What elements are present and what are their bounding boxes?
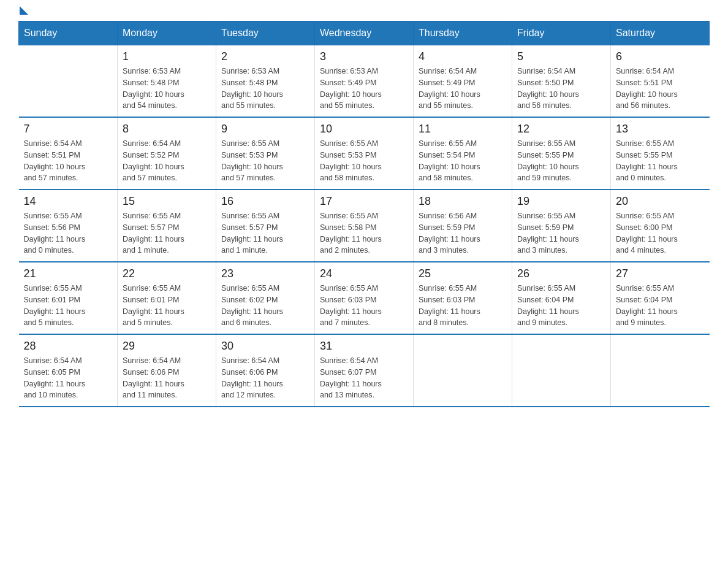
day-cell: 11Sunrise: 6:55 AM Sunset: 5:54 PM Dayli… — [414, 117, 512, 190]
day-info: Sunrise: 6:56 AM Sunset: 5:59 PM Dayligh… — [419, 210, 507, 256]
header-cell-sunday: Sunday — [19, 21, 118, 45]
day-cell: 27Sunrise: 6:55 AM Sunset: 6:04 PM Dayli… — [611, 262, 710, 334]
day-cell — [19, 45, 118, 118]
day-number: 19 — [517, 195, 605, 208]
day-number: 5 — [517, 50, 605, 63]
header-cell-wednesday: Wednesday — [315, 21, 414, 45]
header-row: SundayMondayTuesdayWednesdayThursdayFrid… — [19, 21, 710, 45]
day-cell — [414, 334, 512, 407]
day-cell: 2Sunrise: 6:53 AM Sunset: 5:48 PM Daylig… — [216, 45, 315, 118]
day-cell: 17Sunrise: 6:55 AM Sunset: 5:58 PM Dayli… — [315, 190, 414, 262]
day-number: 18 — [419, 195, 507, 208]
calendar-table: SundayMondayTuesdayWednesdayThursdayFrid… — [18, 21, 710, 407]
calendar-header: SundayMondayTuesdayWednesdayThursdayFrid… — [19, 21, 710, 45]
day-number: 20 — [616, 195, 705, 208]
day-info: Sunrise: 6:54 AM Sunset: 6:06 PM Dayligh… — [221, 355, 309, 401]
day-info: Sunrise: 6:54 AM Sunset: 5:52 PM Dayligh… — [123, 138, 211, 184]
day-number: 27 — [616, 267, 705, 280]
day-cell: 10Sunrise: 6:55 AM Sunset: 5:53 PM Dayli… — [315, 117, 414, 190]
day-cell: 6Sunrise: 6:54 AM Sunset: 5:51 PM Daylig… — [611, 45, 710, 118]
day-number: 14 — [24, 195, 113, 208]
day-cell: 1Sunrise: 6:53 AM Sunset: 5:48 PM Daylig… — [118, 45, 216, 118]
day-cell: 7Sunrise: 6:54 AM Sunset: 5:51 PM Daylig… — [19, 117, 118, 190]
day-cell: 14Sunrise: 6:55 AM Sunset: 5:56 PM Dayli… — [19, 190, 118, 262]
day-cell: 9Sunrise: 6:55 AM Sunset: 5:53 PM Daylig… — [216, 117, 315, 190]
week-row-2: 7Sunrise: 6:54 AM Sunset: 5:51 PM Daylig… — [19, 117, 710, 190]
day-info: Sunrise: 6:55 AM Sunset: 5:53 PM Dayligh… — [221, 138, 309, 184]
day-number: 2 — [221, 50, 309, 63]
week-row-5: 28Sunrise: 6:54 AM Sunset: 6:05 PM Dayli… — [19, 334, 710, 407]
day-number: 6 — [616, 50, 705, 63]
day-number: 16 — [221, 195, 309, 208]
day-cell: 31Sunrise: 6:54 AM Sunset: 6:07 PM Dayli… — [315, 334, 414, 407]
header-cell-friday: Friday — [512, 21, 611, 45]
day-info: Sunrise: 6:55 AM Sunset: 6:00 PM Dayligh… — [616, 210, 705, 256]
day-number: 30 — [221, 340, 309, 353]
day-cell: 23Sunrise: 6:55 AM Sunset: 6:02 PM Dayli… — [216, 262, 315, 334]
day-number: 22 — [123, 267, 211, 280]
week-row-4: 21Sunrise: 6:55 AM Sunset: 6:01 PM Dayli… — [19, 262, 710, 334]
day-number: 26 — [517, 267, 605, 280]
day-cell: 13Sunrise: 6:55 AM Sunset: 5:55 PM Dayli… — [611, 117, 710, 190]
day-cell: 16Sunrise: 6:55 AM Sunset: 5:57 PM Dayli… — [216, 190, 315, 262]
day-cell: 30Sunrise: 6:54 AM Sunset: 6:06 PM Dayli… — [216, 334, 315, 407]
day-cell: 29Sunrise: 6:54 AM Sunset: 6:06 PM Dayli… — [118, 334, 216, 407]
day-info: Sunrise: 6:55 AM Sunset: 6:04 PM Dayligh… — [616, 283, 705, 329]
day-info: Sunrise: 6:53 AM Sunset: 5:49 PM Dayligh… — [320, 66, 408, 112]
day-cell: 20Sunrise: 6:55 AM Sunset: 6:00 PM Dayli… — [611, 190, 710, 262]
day-info: Sunrise: 6:55 AM Sunset: 6:04 PM Dayligh… — [517, 283, 605, 329]
day-cell: 12Sunrise: 6:55 AM Sunset: 5:55 PM Dayli… — [512, 117, 611, 190]
day-number: 10 — [320, 123, 408, 136]
header-cell-monday: Monday — [118, 21, 216, 45]
header-cell-saturday: Saturday — [611, 21, 710, 45]
day-info: Sunrise: 6:54 AM Sunset: 6:07 PM Dayligh… — [320, 355, 408, 401]
day-info: Sunrise: 6:53 AM Sunset: 5:48 PM Dayligh… — [123, 66, 211, 112]
day-number: 4 — [419, 50, 507, 63]
day-info: Sunrise: 6:55 AM Sunset: 5:53 PM Dayligh… — [320, 138, 408, 184]
day-cell: 25Sunrise: 6:55 AM Sunset: 6:03 PM Dayli… — [414, 262, 512, 334]
day-cell: 21Sunrise: 6:55 AM Sunset: 6:01 PM Dayli… — [19, 262, 118, 334]
day-info: Sunrise: 6:55 AM Sunset: 6:03 PM Dayligh… — [320, 283, 408, 329]
day-cell — [611, 334, 710, 407]
day-number: 11 — [419, 123, 507, 136]
day-number: 17 — [320, 195, 408, 208]
day-info: Sunrise: 6:54 AM Sunset: 6:06 PM Dayligh… — [123, 355, 211, 401]
day-info: Sunrise: 6:55 AM Sunset: 6:03 PM Dayligh… — [419, 283, 507, 329]
day-info: Sunrise: 6:55 AM Sunset: 5:55 PM Dayligh… — [616, 138, 705, 184]
day-cell: 26Sunrise: 6:55 AM Sunset: 6:04 PM Dayli… — [512, 262, 611, 334]
header-cell-tuesday: Tuesday — [216, 21, 315, 45]
day-info: Sunrise: 6:54 AM Sunset: 6:05 PM Dayligh… — [24, 355, 113, 401]
day-number: 1 — [123, 50, 211, 63]
day-number: 31 — [320, 340, 408, 353]
day-cell: 3Sunrise: 6:53 AM Sunset: 5:49 PM Daylig… — [315, 45, 414, 118]
day-info: Sunrise: 6:55 AM Sunset: 5:57 PM Dayligh… — [221, 210, 309, 256]
day-cell: 8Sunrise: 6:54 AM Sunset: 5:52 PM Daylig… — [118, 117, 216, 190]
day-info: Sunrise: 6:55 AM Sunset: 5:55 PM Dayligh… — [517, 138, 605, 184]
header-cell-thursday: Thursday — [414, 21, 512, 45]
day-number: 28 — [24, 340, 113, 353]
week-row-3: 14Sunrise: 6:55 AM Sunset: 5:56 PM Dayli… — [19, 190, 710, 262]
day-number: 24 — [320, 267, 408, 280]
day-cell: 4Sunrise: 6:54 AM Sunset: 5:49 PM Daylig… — [414, 45, 512, 118]
day-info: Sunrise: 6:53 AM Sunset: 5:48 PM Dayligh… — [221, 66, 309, 112]
logo — [18, 12, 28, 15]
day-info: Sunrise: 6:55 AM Sunset: 5:59 PM Dayligh… — [517, 210, 605, 256]
day-info: Sunrise: 6:54 AM Sunset: 5:51 PM Dayligh… — [24, 138, 113, 184]
day-number: 3 — [320, 50, 408, 63]
day-number: 13 — [616, 123, 705, 136]
day-cell: 28Sunrise: 6:54 AM Sunset: 6:05 PM Dayli… — [19, 334, 118, 407]
day-cell: 15Sunrise: 6:55 AM Sunset: 5:57 PM Dayli… — [118, 190, 216, 262]
day-number: 9 — [221, 123, 309, 136]
day-info: Sunrise: 6:55 AM Sunset: 5:57 PM Dayligh… — [123, 210, 211, 256]
day-cell: 19Sunrise: 6:55 AM Sunset: 5:59 PM Dayli… — [512, 190, 611, 262]
day-info: Sunrise: 6:55 AM Sunset: 5:54 PM Dayligh… — [419, 138, 507, 184]
day-number: 25 — [419, 267, 507, 280]
day-info: Sunrise: 6:54 AM Sunset: 5:51 PM Dayligh… — [616, 66, 705, 112]
logo-triangle-icon — [20, 6, 28, 15]
day-number: 29 — [123, 340, 211, 353]
day-info: Sunrise: 6:55 AM Sunset: 6:02 PM Dayligh… — [221, 283, 309, 329]
day-number: 23 — [221, 267, 309, 280]
day-number: 15 — [123, 195, 211, 208]
day-info: Sunrise: 6:55 AM Sunset: 6:01 PM Dayligh… — [24, 283, 113, 329]
day-cell: 18Sunrise: 6:56 AM Sunset: 5:59 PM Dayli… — [414, 190, 512, 262]
